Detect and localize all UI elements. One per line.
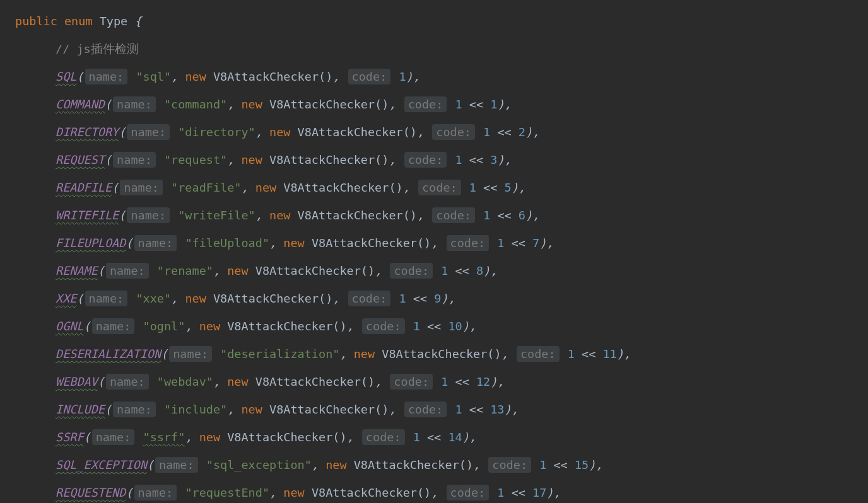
code-line-comment[interactable]: // js插件检测 — [5, 35, 868, 63]
string-literal: "command" — [164, 98, 227, 111]
keyword-new: new — [255, 181, 276, 194]
enum-constant: RENAME — [56, 264, 98, 277]
constructor-call: V8AttackChecker() — [298, 209, 417, 222]
constructor-call: V8AttackChecker() — [382, 347, 501, 361]
string-literal: "sql" — [136, 70, 171, 83]
string-literal: "fileUpload" — [185, 236, 269, 250]
param-hint-code: code: — [488, 457, 531, 473]
param-hint-code: code: — [390, 374, 433, 390]
param-hint-name: name: — [106, 374, 149, 390]
enum-entry[interactable]: SQL(name: "sql", new V8AttackChecker(), … — [5, 63, 868, 91]
constructor-call: V8AttackChecker() — [312, 486, 431, 499]
keyword-new: new — [283, 486, 304, 499]
string-literal: "ssrf" — [143, 431, 185, 444]
param-hint-name: name: — [155, 457, 198, 473]
enum-constant: SSRF — [56, 431, 84, 444]
param-hint-code: code: — [432, 207, 475, 223]
enum-constant: READFILE — [56, 181, 112, 194]
string-literal: "rename" — [157, 264, 213, 277]
enum-entry[interactable]: WRITEFILE(name: "writeFile", new V8Attac… — [5, 202, 868, 229]
keyword-new: new — [326, 458, 346, 471]
param-hint-name: name: — [113, 152, 156, 168]
param-hint-name: name: — [127, 207, 170, 223]
param-hint-name: name: — [134, 235, 177, 251]
constructor-call: V8AttackChecker() — [269, 403, 389, 416]
constructor-call: V8AttackChecker() — [255, 375, 375, 388]
param-hint-code: code: — [404, 402, 447, 417]
enum-entry[interactable]: REQUESTEND(name: "requestEnd", new V8Att… — [5, 479, 868, 503]
enum-constant: REQUEST — [56, 153, 105, 166]
string-literal: "readFile" — [171, 181, 241, 194]
constructor-call: V8AttackChecker() — [312, 236, 431, 250]
string-literal: "ognl" — [143, 320, 185, 333]
enum-entry[interactable]: SQL_EXCEPTION(name: "sql_exception", new… — [5, 451, 868, 479]
enum-entry[interactable]: XXE(name: "xxe", new V8AttackChecker(), … — [5, 285, 868, 313]
constructor-call: V8AttackChecker() — [354, 458, 473, 471]
keyword-new: new — [269, 125, 290, 139]
enum-entry[interactable]: SSRF(name: "ssrf", new V8AttackChecker()… — [5, 424, 868, 451]
enum-constant: OGNL — [56, 320, 84, 333]
param-hint-code: code: — [362, 318, 405, 334]
keyword-new: new — [241, 153, 262, 166]
keyword-new: new — [185, 292, 206, 305]
enum-constant: SQL_EXCEPTION — [56, 458, 147, 471]
param-hint-name: name: — [92, 429, 135, 445]
enum-entry[interactable]: DESERIALIZATION(name: "deserialization",… — [5, 340, 868, 368]
param-hint-name: name: — [92, 318, 135, 334]
string-literal: "sql_exception" — [206, 458, 312, 471]
enum-constant: WEBDAV — [56, 375, 98, 388]
enum-constant: XXE — [56, 292, 76, 305]
enum-constant: FILEUPLOAD — [56, 236, 126, 250]
enum-entry[interactable]: DIRECTORY(name: "directory", new V8Attac… — [5, 119, 868, 146]
constructor-call: V8AttackChecker() — [227, 320, 346, 333]
param-hint-code: code: — [418, 180, 461, 195]
enum-constant: REQUESTEND — [56, 486, 126, 499]
enum-entry[interactable]: OGNL(name: "ognl", new V8AttackChecker()… — [5, 313, 868, 340]
constructor-call: V8AttackChecker() — [298, 125, 417, 139]
keyword-new: new — [227, 264, 248, 277]
param-hint-code: code: — [348, 291, 391, 306]
constructor-call: V8AttackChecker() — [213, 70, 332, 83]
param-hint-name: name: — [85, 291, 128, 306]
constructor-call: V8AttackChecker() — [227, 431, 346, 444]
enum-entry[interactable]: FILEUPLOAD(name: "fileUpload", new V8Att… — [5, 229, 868, 257]
param-hint-name: name: — [169, 346, 212, 362]
param-hint-code: code: — [447, 235, 490, 251]
param-hint-name: name: — [134, 485, 177, 500]
string-literal: "directory" — [178, 125, 255, 139]
constructor-call: V8AttackChecker() — [213, 292, 332, 305]
constructor-call: V8AttackChecker() — [283, 181, 402, 194]
string-literal: "webdav" — [157, 375, 213, 388]
code-editor[interactable]: public enum Type { // js插件检测 SQL(name: "… — [5, 8, 868, 503]
keyword-new: new — [269, 209, 290, 222]
enum-constant: COMMAND — [56, 98, 105, 111]
string-literal: "include" — [164, 403, 227, 416]
string-literal: "xxe" — [136, 292, 171, 305]
param-hint-name: name: — [85, 69, 128, 84]
keyword-new: new — [199, 431, 220, 444]
code-line[interactable]: public enum Type { — [5, 8, 868, 35]
enum-entry[interactable]: WEBDAV(name: "webdav", new V8AttackCheck… — [5, 368, 868, 396]
enum-entry[interactable]: COMMAND(name: "command", new V8AttackChe… — [5, 91, 868, 119]
keyword-new: new — [241, 403, 262, 416]
param-hint-name: name: — [120, 180, 163, 195]
string-literal: "writeFile" — [178, 209, 255, 222]
enum-entry[interactable]: REQUEST(name: "request", new V8AttackChe… — [5, 146, 868, 174]
param-hint-code: code: — [432, 124, 475, 140]
param-hint-name: name: — [113, 402, 156, 417]
enum-constant: INCLUDE — [56, 403, 105, 416]
param-hint-name: name: — [113, 96, 156, 112]
constructor-call: V8AttackChecker() — [269, 153, 389, 166]
enum-constant: DESERIALIZATION — [56, 347, 161, 361]
keyword-new: new — [283, 236, 304, 250]
keyword-new: new — [354, 347, 375, 361]
param-hint-code: code: — [348, 69, 391, 84]
constructor-call: V8AttackChecker() — [255, 264, 375, 277]
param-hint-code: code: — [447, 485, 490, 500]
param-hint-code: code: — [517, 346, 560, 362]
enum-entry[interactable]: RENAME(name: "rename", new V8AttackCheck… — [5, 257, 868, 285]
keyword-new: new — [199, 320, 220, 333]
string-literal: "request" — [164, 153, 227, 166]
enum-entry[interactable]: READFILE(name: "readFile", new V8AttackC… — [5, 174, 868, 202]
enum-entry[interactable]: INCLUDE(name: "include", new V8AttackChe… — [5, 396, 868, 424]
